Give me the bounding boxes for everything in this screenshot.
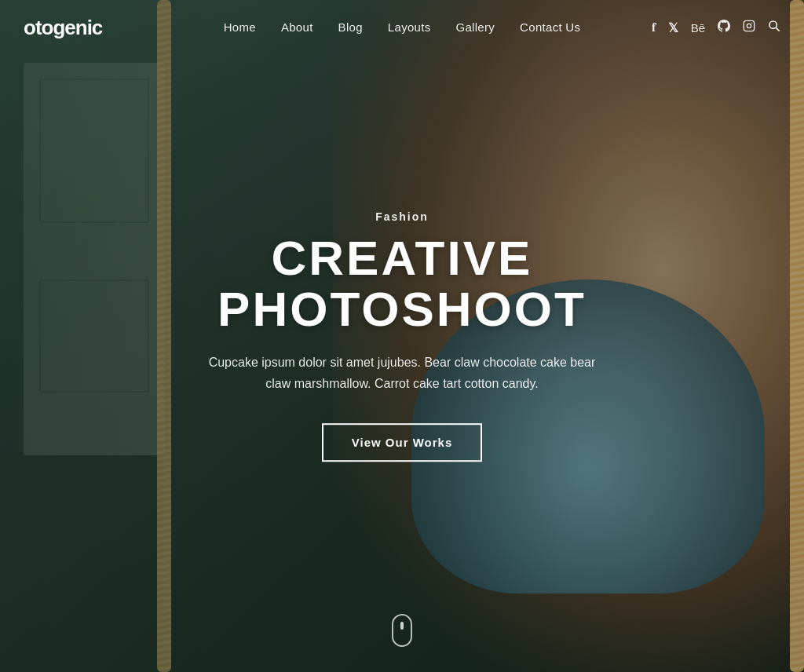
hero-category: Fashion [147, 210, 657, 223]
nav-item-contact[interactable]: Contact Us [520, 20, 580, 35]
svg-point-3 [769, 21, 777, 28]
nav-link-home[interactable]: Home [224, 20, 256, 34]
scroll-indicator [392, 614, 412, 647]
social-links: 𝐟 𝕏 Bē [652, 20, 780, 35]
nav-item-layouts[interactable]: Layouts [388, 20, 431, 35]
hero-section: otogenic Home About Blog Layouts Gallery… [0, 0, 804, 672]
nav-item-home[interactable]: Home [224, 20, 256, 35]
brand-logo[interactable]: otogenic [24, 16, 102, 40]
facebook-icon[interactable]: 𝐟 [652, 20, 656, 35]
nav-link-gallery[interactable]: Gallery [455, 20, 495, 34]
behance-icon[interactable]: Bē [691, 21, 705, 35]
hero-content: Fashion CREATIVE PHOTOSHOOT Cupcake ipsu… [147, 210, 657, 462]
view-works-button[interactable]: View Our Works [322, 423, 483, 462]
svg-rect-0 [744, 20, 754, 31]
nav-link-layouts[interactable]: Layouts [388, 20, 431, 34]
navbar: otogenic Home About Blog Layouts Gallery… [0, 0, 804, 55]
nav-link-contact[interactable]: Contact Us [520, 20, 580, 34]
nav-link-blog[interactable]: Blog [338, 20, 363, 34]
svg-line-4 [776, 27, 779, 31]
nav-item-gallery[interactable]: Gallery [455, 20, 495, 35]
svg-point-2 [751, 23, 752, 24]
nav-item-blog[interactable]: Blog [338, 20, 363, 35]
search-icon[interactable] [768, 20, 780, 35]
nav-item-about[interactable]: About [281, 20, 313, 35]
svg-point-1 [747, 24, 751, 27]
hero-description: Cupcake ipsum dolor sit amet jujubes. Be… [198, 352, 606, 394]
twitter-icon[interactable]: 𝕏 [668, 20, 678, 35]
nav-link-about[interactable]: About [281, 20, 313, 34]
nav-menu: Home About Blog Layouts Gallery Contact … [224, 20, 581, 35]
instagram-icon[interactable] [743, 20, 755, 35]
github-icon[interactable] [718, 20, 730, 35]
scroll-mouse-icon [392, 614, 412, 647]
hero-title: CREATIVE PHOTOSHOOT [147, 232, 657, 334]
